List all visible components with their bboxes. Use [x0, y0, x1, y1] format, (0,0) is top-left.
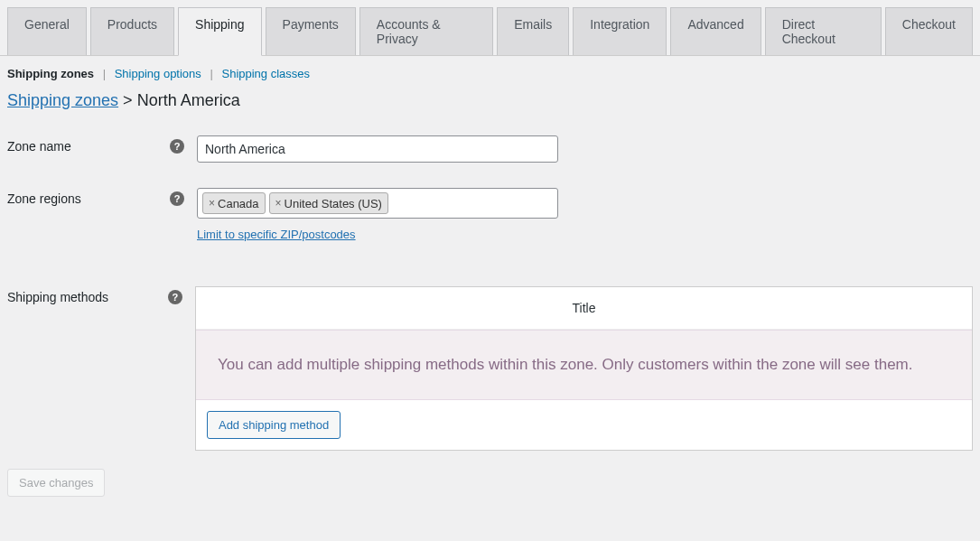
region-tag: × Canada [202, 192, 266, 214]
tab-products[interactable]: Products [90, 7, 174, 55]
zone-regions-input[interactable]: × Canada × United States (US) [197, 188, 558, 219]
zone-regions-label: Zone regions [7, 191, 81, 206]
zone-regions-row: Zone regions ? × Canada × United States … [0, 181, 980, 259]
breadcrumb: Shipping zones > North America [0, 91, 980, 128]
tab-payments[interactable]: Payments [266, 7, 356, 55]
remove-icon[interactable]: × [275, 197, 282, 210]
help-icon[interactable]: ? [170, 139, 184, 154]
shipping-methods-row: Shipping methods ? Title You can add mul… [0, 259, 980, 458]
shipping-subtabs: Shipping zones | Shipping options | Ship… [0, 56, 980, 91]
region-tag-label: Canada [218, 197, 259, 210]
tab-accounts-privacy[interactable]: Accounts & Privacy [359, 7, 493, 55]
remove-icon[interactable]: × [209, 197, 215, 210]
tab-advanced[interactable]: Advanced [670, 7, 761, 55]
empty-methods-message: You can add multiple shipping methods wi… [196, 330, 972, 400]
tab-shipping[interactable]: Shipping [178, 7, 262, 56]
tab-integration[interactable]: Integration [573, 7, 667, 55]
region-tag: × United States (US) [269, 192, 388, 214]
breadcrumb-current: North America [137, 91, 240, 109]
tab-direct-checkout[interactable]: Direct Checkout [765, 7, 882, 55]
tab-emails[interactable]: Emails [497, 7, 569, 55]
breadcrumb-parent-link[interactable]: Shipping zones [7, 91, 118, 109]
shipping-methods-table: Title You can add multiple shipping meth… [195, 286, 973, 451]
zone-name-row: Zone name ? [0, 128, 980, 181]
help-icon[interactable]: ? [168, 290, 182, 304]
zone-name-label: Zone name [7, 139, 71, 154]
breadcrumb-separator: > [123, 91, 133, 109]
subtab-shipping-options[interactable]: Shipping options [115, 67, 201, 80]
shipping-methods-label: Shipping methods [7, 290, 108, 304]
tab-checkout[interactable]: Checkout [885, 7, 973, 55]
add-shipping-method-button[interactable]: Add shipping method [207, 411, 341, 439]
help-icon[interactable]: ? [170, 191, 184, 206]
save-changes-button[interactable]: Save changes [7, 469, 105, 497]
region-tag-label: United States (US) [285, 197, 382, 210]
zone-name-input[interactable] [197, 135, 558, 163]
tab-general[interactable]: General [7, 7, 87, 55]
limit-zip-link[interactable]: Limit to specific ZIP/postcodes [197, 228, 356, 241]
subtab-shipping-zones[interactable]: Shipping zones [7, 67, 94, 80]
table-column-title: Title [196, 287, 972, 330]
settings-tabs: General Products Shipping Payments Accou… [0, 0, 980, 56]
subtab-shipping-classes[interactable]: Shipping classes [221, 67, 310, 80]
